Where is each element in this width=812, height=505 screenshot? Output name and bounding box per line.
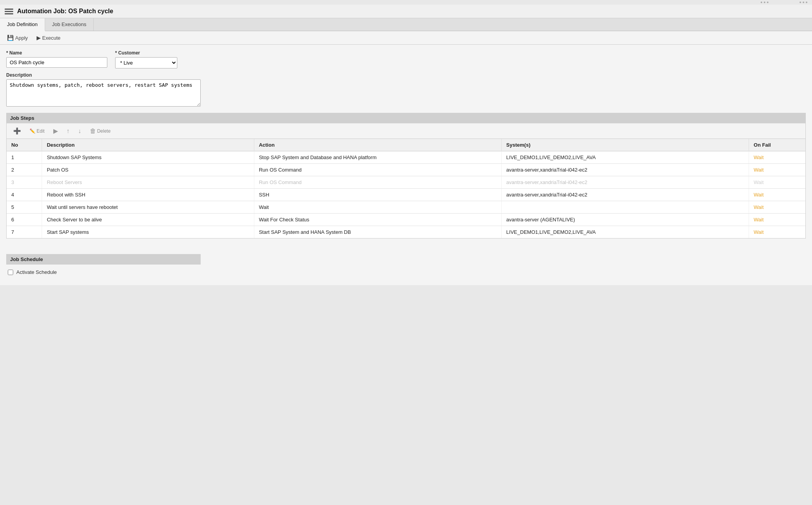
- cell-action: Run OS Command: [254, 164, 501, 176]
- name-input[interactable]: [6, 57, 107, 68]
- activate-schedule-checkbox[interactable]: [8, 270, 13, 275]
- table-row[interactable]: 6 Check Server to be alive Wait For Chec…: [7, 214, 805, 226]
- cell-description: Start SAP systems: [42, 226, 254, 238]
- col-header-systems: System(s): [501, 139, 749, 151]
- cell-onfail: Wait: [749, 176, 805, 189]
- cell-action: Start SAP System and HANA System DB: [254, 226, 501, 238]
- cell-description: Reboot Servers: [42, 176, 254, 189]
- customer-group: * Customer * Live Dev QA: [115, 50, 177, 68]
- cell-no: 3: [7, 176, 42, 189]
- execute-step-button[interactable]: ▶: [50, 126, 61, 136]
- job-schedule-section: Job Schedule Activate Schedule: [6, 250, 806, 280]
- table-row[interactable]: 2 Patch OS Run OS Command avantra-server…: [7, 164, 805, 176]
- cell-systems: avantra-server,xandriaTrial-i042-ec2: [501, 189, 749, 201]
- cell-onfail: Wait: [749, 151, 805, 164]
- steps-toolbar: ➕ ✏️ Edit ▶ ↑ ↓ 🗑 Delete: [6, 123, 806, 139]
- cell-action: Run OS Command: [254, 176, 501, 189]
- col-header-action: Action: [254, 139, 501, 151]
- col-header-description: Description: [42, 139, 254, 151]
- delete-icon: 🗑: [90, 128, 96, 135]
- edit-step-button[interactable]: ✏️ Edit: [26, 127, 48, 135]
- dots-group-right: [800, 2, 807, 3]
- menu-icon: [5, 8, 13, 15]
- activate-schedule-label[interactable]: Activate Schedule: [16, 269, 57, 275]
- job-steps-section: Job Steps ➕ ✏️ Edit ▶ ↑ ↓ 🗑 Delete: [6, 113, 806, 238]
- play-icon: ▶: [37, 35, 41, 41]
- cell-systems: avantra-server,xandriaTrial-i042-ec2: [501, 164, 749, 176]
- apply-button[interactable]: 💾 Apply: [4, 33, 31, 42]
- name-group: * Name: [6, 50, 107, 68]
- table-row[interactable]: 3 Reboot Servers Run OS Command avantra-…: [7, 176, 805, 189]
- execute-button[interactable]: ▶ Execute: [33, 33, 64, 42]
- dots-group-left: [761, 2, 768, 3]
- cell-onfail: Wait: [749, 189, 805, 201]
- cell-onfail: Wait: [749, 226, 805, 238]
- table-row[interactable]: 7 Start SAP systems Start SAP System and…: [7, 226, 805, 238]
- cell-onfail: Wait: [749, 201, 805, 214]
- steps-table: No Description Action System(s) On Fail …: [7, 139, 805, 238]
- cell-description: Shutdown SAP Systems: [42, 151, 254, 164]
- table-row[interactable]: 5 Wait until servers have rebootet Wait …: [7, 201, 805, 214]
- col-header-onfail: On Fail: [749, 139, 805, 151]
- cell-no: 4: [7, 189, 42, 201]
- schedule-body: Activate Schedule: [6, 265, 806, 280]
- cell-systems: LIVE_DEMO1,LIVE_DEMO2,LIVE_AVA: [501, 226, 749, 238]
- play-step-icon: ▶: [53, 127, 58, 135]
- cell-action: Wait: [254, 201, 501, 214]
- cell-no: 6: [7, 214, 42, 226]
- customer-select[interactable]: * Live Dev QA: [115, 57, 177, 68]
- cell-systems: avantra-server,xandriaTrial-i042-ec2: [501, 176, 749, 189]
- tabs-container: Job Definition Job Executions: [0, 18, 812, 31]
- table-row[interactable]: 4 Reboot with SSH SSH avantra-server,xan…: [7, 189, 805, 201]
- cell-action: Stop SAP System and Database and HANA pl…: [254, 151, 501, 164]
- add-icon: ➕: [13, 127, 21, 135]
- steps-table-container: No Description Action System(s) On Fail …: [6, 139, 806, 238]
- add-step-button[interactable]: ➕: [10, 126, 24, 136]
- cell-description: Wait until servers have rebootet: [42, 201, 254, 214]
- schedule-header: Job Schedule: [6, 254, 201, 265]
- arrow-down-icon: ↓: [78, 128, 81, 135]
- cell-description: Reboot with SSH: [42, 189, 254, 201]
- col-header-no: No: [7, 139, 42, 151]
- cell-no: 2: [7, 164, 42, 176]
- cell-description: Patch OS: [42, 164, 254, 176]
- move-up-button[interactable]: ↑: [63, 126, 73, 136]
- title-bar: Automation Job: OS Patch cycle: [0, 5, 812, 18]
- arrow-up-icon: ↑: [66, 128, 70, 135]
- steps-table-header: No Description Action System(s) On Fail: [7, 139, 805, 151]
- top-decoration: [0, 0, 812, 5]
- description-group: Description Shutdown systems, patch, reb…: [6, 72, 806, 107]
- cell-systems: [501, 201, 749, 214]
- cell-action: SSH: [254, 189, 501, 201]
- tab-job-executions[interactable]: Job Executions: [45, 18, 94, 31]
- tab-job-definition[interactable]: Job Definition: [0, 18, 45, 31]
- job-steps-header: Job Steps: [6, 113, 806, 123]
- cell-systems: LIVE_DEMO1,LIVE_DEMO2,LIVE_AVA: [501, 151, 749, 164]
- customer-label: * Customer: [115, 50, 177, 56]
- table-row[interactable]: 1 Shutdown SAP Systems Stop SAP System a…: [7, 151, 805, 164]
- cell-action: Wait For Check Status: [254, 214, 501, 226]
- cell-no: 1: [7, 151, 42, 164]
- description-label: Description: [6, 72, 806, 78]
- delete-step-button[interactable]: 🗑 Delete: [86, 126, 114, 136]
- cell-no: 5: [7, 201, 42, 214]
- save-icon: 💾: [7, 35, 14, 41]
- name-label: * Name: [6, 50, 107, 56]
- cell-description: Check Server to be alive: [42, 214, 254, 226]
- main-toolbar: 💾 Apply ▶ Execute: [0, 31, 812, 45]
- form-name-customer-row: * Name * Customer * Live Dev QA: [6, 50, 806, 68]
- main-content: * Name * Customer * Live Dev QA Descript…: [0, 45, 812, 285]
- page-title: Automation Job: OS Patch cycle: [17, 8, 113, 15]
- edit-icon: ✏️: [30, 128, 35, 134]
- move-down-button[interactable]: ↓: [75, 126, 85, 136]
- cell-no: 7: [7, 226, 42, 238]
- description-textarea[interactable]: Shutdown systems, patch, reboot servers,…: [6, 79, 201, 107]
- cell-onfail: Wait: [749, 164, 805, 176]
- cell-onfail: Wait: [749, 214, 805, 226]
- cell-systems: avantra-server (AGENTALIVE): [501, 214, 749, 226]
